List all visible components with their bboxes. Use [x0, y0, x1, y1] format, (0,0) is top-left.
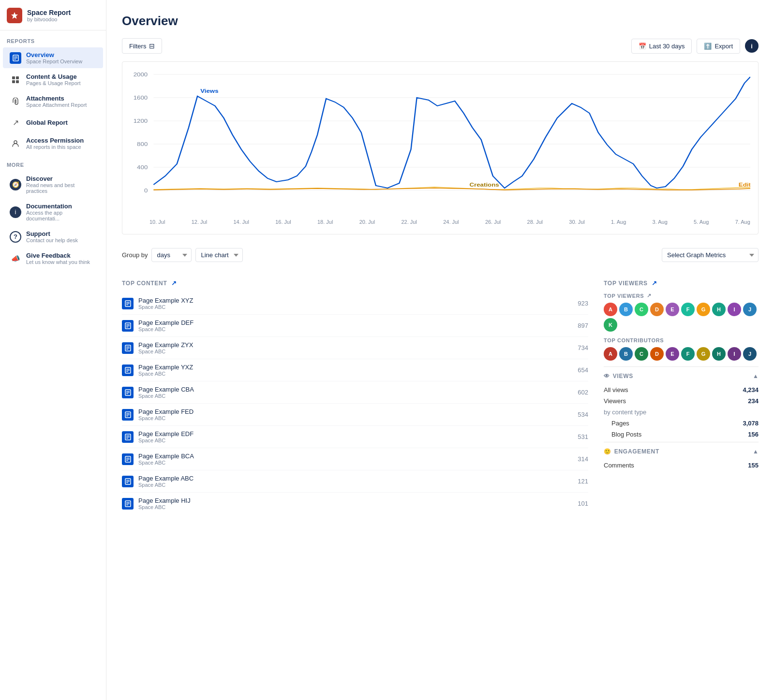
contributor-avatar: F: [681, 347, 695, 361]
viewer-avatar: K: [604, 318, 617, 332]
attachments-text: Attachments Space Attachment Report: [26, 95, 87, 108]
viewer-avatar: D: [650, 303, 664, 316]
sidebar-item-global-report[interactable]: ↗ Global Report: [3, 113, 103, 132]
top-viewers-ext-link[interactable]: ↗: [652, 279, 657, 287]
sidebar-item-content-usage[interactable]: Content & Usage Pages & Usage Report: [3, 69, 103, 90]
info-icon: i: [751, 43, 753, 50]
svg-text:400: 400: [137, 164, 148, 171]
page-icon: [122, 498, 134, 510]
overview-sub: Space Report Overview: [26, 58, 82, 64]
calendar-icon: 📅: [639, 43, 646, 50]
content-name: Page Example ABC: [138, 475, 564, 482]
svg-rect-5: [16, 76, 19, 79]
svg-text:1600: 1600: [134, 95, 148, 101]
content-count: 531: [569, 433, 588, 440]
contributor-avatar: J: [743, 347, 757, 361]
content-space: Space ABC: [138, 438, 564, 443]
export-label: Export: [714, 43, 733, 50]
page-icon: [122, 298, 134, 309]
by-content-type-label: by content type: [604, 408, 646, 416]
list-item[interactable]: Page Example YXZ Space ABC 654: [122, 359, 588, 381]
content-info: Page Example HIJ Space ABC: [138, 497, 564, 510]
sidebar: Space Report by bitvoodoo REPORTS Overvi…: [0, 0, 106, 700]
sidebar-item-attachments[interactable]: Attachments Space Attachment Report: [3, 91, 103, 112]
content-info: Page Example DEF Space ABC: [138, 319, 564, 332]
list-item[interactable]: Page Example DEF Space ABC 897: [122, 315, 588, 337]
comments-label: Comments: [604, 462, 634, 469]
attachments-icon: [10, 96, 21, 107]
content-info: Page Example BCA Space ABC: [138, 452, 564, 466]
list-item[interactable]: Page Example XYZ Space ABC 923: [122, 292, 588, 315]
sidebar-item-documentation[interactable]: i Documentation Access the app documenta…: [3, 199, 103, 225]
viewer-avatar: I: [728, 303, 741, 316]
filters-button[interactable]: Filters ⊟: [122, 38, 162, 54]
page-icon: [122, 320, 134, 332]
top-viewers-sub-label: TOP VIEWERS: [604, 293, 644, 299]
content-count: 101: [569, 500, 588, 507]
top-viewers-avatars: ABCDEFGHIJK: [604, 303, 759, 332]
content-list: Page Example XYZ Space ABC 923 Page Exam…: [122, 292, 588, 514]
list-item[interactable]: Page Example ABC Space ABC 121: [122, 470, 588, 493]
contributor-avatar: C: [635, 347, 648, 361]
global-report-text: Global Report: [26, 119, 68, 126]
list-item[interactable]: Page Example HIJ Space ABC 101: [122, 493, 588, 514]
content-space: Space ABC: [138, 393, 564, 399]
sidebar-item-discover[interactable]: 🧭 Discover Read news and best practices: [3, 171, 103, 198]
sidebar-item-access-permission[interactable]: Access Permission All reports in this sp…: [3, 133, 103, 154]
top-viewers-label: TOP VIEWERS: [604, 280, 648, 287]
global-report-icon: ↗: [10, 117, 21, 128]
views-chevron: ▲: [753, 373, 759, 379]
global-report-title: Global Report: [26, 119, 68, 126]
content-count: 602: [569, 389, 588, 396]
documentation-text: Documentation Access the app documentati…: [26, 203, 96, 221]
documentation-title: Documentation: [26, 203, 96, 210]
list-item[interactable]: Page Example ZYX Space ABC 734: [122, 337, 588, 359]
by-content-type-row: by content type: [604, 407, 759, 418]
pages-row: Pages 3,078: [604, 418, 759, 429]
toolbar-right: 📅 Last 30 days ⬆️ Export i: [631, 39, 759, 54]
svg-rect-6: [12, 80, 15, 83]
content-info: Page Example FED Space ABC: [138, 408, 564, 421]
sidebar-item-overview[interactable]: Overview Space Report Overview: [3, 47, 103, 68]
list-item[interactable]: Page Example CBA Space ABC 602: [122, 381, 588, 404]
svg-rect-4: [12, 76, 15, 79]
sidebar-item-give-feedback[interactable]: 📣 Give Feedback Let us know what you thi…: [3, 248, 103, 269]
sidebar-header: Space Report by bitvoodoo: [0, 0, 106, 30]
toolbar-left: Filters ⊟: [122, 38, 162, 54]
svg-point-8: [14, 141, 17, 144]
export-button[interactable]: ⬆️ Export: [697, 39, 740, 54]
sidebar-item-support[interactable]: ? Support Contact our help desk: [3, 226, 103, 247]
chart-container: 2000 1600 1200 800 400 0 Views Creations…: [122, 61, 759, 234]
list-item[interactable]: Page Example BCA Space ABC 314: [122, 448, 588, 470]
views-stats-header[interactable]: 👁 VIEWS ▲: [604, 373, 759, 379]
discover-text: Discover Read news and best practices: [26, 175, 96, 194]
chart-controls-right: Select Graph Metrics: [662, 248, 759, 262]
graph-metrics-select[interactable]: Select Graph Metrics: [662, 248, 759, 262]
top-viewers-sub-ext-link[interactable]: ↗: [647, 292, 652, 299]
discover-sub: Read news and best practices: [26, 182, 96, 194]
date-range-button[interactable]: 📅 Last 30 days: [631, 39, 692, 54]
content-name: Page Example CBA: [138, 386, 564, 393]
app-logo: [7, 8, 22, 23]
top-contributors-title: TOP CONTRIBUTORS: [604, 337, 759, 343]
list-item[interactable]: Page Example FED Space ABC 534: [122, 404, 588, 426]
page-icon: [122, 365, 134, 376]
content-space: Space ABC: [138, 371, 564, 377]
content-space: Space ABC: [138, 504, 564, 510]
viewer-avatar: A: [604, 303, 617, 316]
viewer-avatar: B: [619, 303, 633, 316]
content-space: Space ABC: [138, 304, 564, 310]
content-info: Page Example ABC Space ABC: [138, 475, 564, 488]
list-item[interactable]: Page Example EDF Space ABC 531: [122, 426, 588, 448]
chart-type-select[interactable]: Line chart Bar chart: [195, 248, 243, 262]
group-by-select[interactable]: days weeks months: [151, 248, 192, 262]
attachments-sub: Space Attachment Report: [26, 102, 87, 108]
engagement-stats-header[interactable]: 🙂 ENGAGEMENT ▲: [604, 448, 759, 455]
contributor-avatar: I: [728, 347, 741, 361]
top-content-ext-link[interactable]: ↗: [171, 279, 177, 287]
app-title: Space Report: [27, 9, 71, 16]
content-usage-text: Content & Usage Pages & Usage Report: [26, 73, 81, 86]
give-feedback-icon: 📣: [10, 253, 21, 264]
info-button[interactable]: i: [745, 39, 759, 53]
viewer-avatar: E: [666, 303, 679, 316]
